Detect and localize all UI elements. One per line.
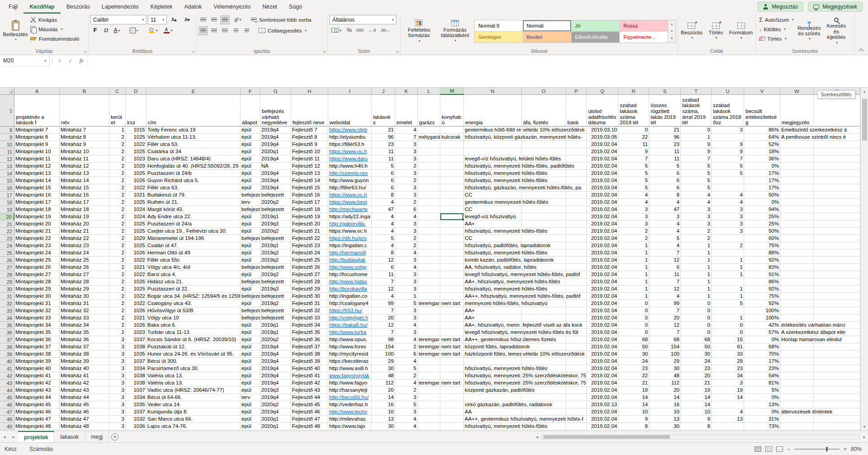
cell-T17[interactable]: 4 <box>681 192 712 199</box>
cell-style-chip[interactable]: Normál <box>523 20 571 31</box>
format-cells-button[interactable]: Formátum ▾ <box>728 15 754 47</box>
cell-R20[interactable]: 3 <box>618 213 649 220</box>
cell-K45[interactable]: 3 <box>395 394 418 401</box>
cell-B8[interactable]: Mintaház 7 <box>60 127 109 134</box>
cell-N30[interactable]: hőszivattyú, mennyezeti hűtés-fűtés <box>464 286 522 293</box>
cell-E10[interactable]: Fillér utca 53. <box>146 141 241 148</box>
cell-B9[interactable]: Mintaház 8 <box>60 134 109 141</box>
cell-N24[interactable]: hőszivattyú, padlófűtés, lapradiátorok <box>464 242 522 249</box>
cell-M14[interactable] <box>440 170 464 177</box>
cell-G44[interactable]: 2019q3 <box>260 387 291 394</box>
cell-N39[interactable]: házközponti fűtés, lemezra <box>464 351 522 358</box>
cell-H16[interactable]: Fejlesztő 15 <box>291 184 328 192</box>
cell-U32[interactable]: 5 <box>712 300 744 307</box>
cell-M38[interactable]: nem tart <box>440 343 464 351</box>
formula-bar-grip[interactable]: ⋮ <box>50 55 54 66</box>
cell-L18[interactable] <box>418 199 440 206</box>
sheet-nav-left-icon[interactable]: ◂ <box>0 431 9 442</box>
cell-U35[interactable]: 0 <box>712 322 744 329</box>
col-header-J[interactable]: J <box>372 88 395 95</box>
cell-W13[interactable] <box>780 163 814 170</box>
page-break-view-button[interactable] <box>776 446 783 452</box>
cell-Q12[interactable]: 2019.02.04 <box>587 155 618 163</box>
cell-style-chip[interactable]: Rossz <box>620 20 668 31</box>
cell-P49[interactable] <box>566 423 587 430</box>
cell-N26[interactable]: kombi kazán, padlófűtés, lapradiátorok <box>464 257 522 264</box>
increase-decimal-button[interactable]: ←.0 <box>366 26 378 35</box>
cell-X30[interactable] <box>814 286 860 293</box>
cell-G34[interactable]: befejezett <box>260 314 291 322</box>
row-header-46[interactable]: 46 <box>0 401 14 408</box>
cell-E48[interactable]: San Marco utca 66. <box>146 416 241 423</box>
cell-M41[interactable] <box>440 365 464 372</box>
cell-G17[interactable]: befejezett <box>260 192 291 199</box>
cell-D38[interactable]: 1038 <box>126 343 146 351</box>
cell-D11[interactable]: 1025 <box>126 148 146 155</box>
cell-H45[interactable]: Fejlesztő 44 <box>291 394 328 401</box>
cell-B14[interactable]: Mintaház 13 <box>60 170 109 177</box>
paste-dropdown-icon[interactable]: ▾ <box>15 38 17 42</box>
cell-I1[interactable]: weboldal <box>328 95 372 127</box>
cell-C10[interactable]: 2 <box>109 141 126 148</box>
cell-Q22[interactable]: 2019.02.04 <box>587 228 618 235</box>
cell-N20[interactable]: levegő-víz hőszivattyú <box>464 213 522 220</box>
cell-S43[interactable]: 112 <box>649 380 681 387</box>
cell-M47[interactable] <box>440 408 464 416</box>
cell-P26[interactable] <box>566 257 587 264</box>
cell-X12[interactable] <box>814 155 860 163</box>
cell-N40[interactable] <box>464 358 522 365</box>
cell-U24[interactable]: 2 <box>712 242 744 249</box>
scroll-right-icon[interactable]: ▸ <box>861 435 868 439</box>
cell-X33[interactable] <box>814 307 860 314</box>
cell-D13[interactable]: 1029 <box>126 163 146 170</box>
cell-M46[interactable] <box>440 401 464 408</box>
cell-U30[interactable]: 1 <box>712 286 744 293</box>
tab-home[interactable]: Kezdőlap <box>24 0 61 14</box>
row-header-1[interactable]: 1 <box>0 95 14 127</box>
cell-T38[interactable]: 50 <box>681 343 712 351</box>
cell-F25[interactable]: épül <box>241 249 260 257</box>
cell-J17[interactable]: 8 <box>372 192 395 199</box>
cell-S42[interactable]: 48 <box>649 372 681 380</box>
cell-Q8[interactable]: 2019.03.10 <box>587 127 618 134</box>
cell-W1[interactable]: megjegyzés <box>780 95 814 127</box>
cell-C27[interactable]: 2 <box>109 264 126 271</box>
cell-R13[interactable]: 5 <box>618 163 649 170</box>
cell-D21[interactable]: 1025 <box>126 220 146 228</box>
cell-D37[interactable]: 1037 <box>126 336 146 343</box>
cell-V34[interactable]: 100% <box>744 314 780 322</box>
cell-Q9[interactable]: 2019.03.05 <box>587 134 618 141</box>
cell-C44[interactable]: 3 <box>109 387 126 394</box>
cell-C36[interactable]: 2 <box>109 329 126 336</box>
cell-A13[interactable]: Mintaprojekt 12 <box>14 163 60 170</box>
tab-formulas[interactable]: Képletek <box>145 0 179 14</box>
cell-L21[interactable] <box>418 220 440 228</box>
cell-F27[interactable]: befejeze <box>241 264 260 271</box>
cell-D49[interactable]: 1036 <box>126 423 146 430</box>
cell-N29[interactable]: AA+, hőszivattyú, mennyezeti hűtés-fűtés <box>464 278 522 286</box>
zoom-out-button[interactable]: − <box>787 446 790 452</box>
row-header-30[interactable]: 30 <box>0 286 14 293</box>
row-header-26[interactable]: 26 <box>0 257 14 264</box>
cell-L28[interactable] <box>418 271 440 278</box>
cell-M22[interactable] <box>440 228 464 235</box>
cell-W19[interactable] <box>780 206 814 213</box>
cell-J9[interactable]: 96 <box>372 134 395 141</box>
cell-H35[interactable]: Fejlesztő 34 <box>291 322 328 329</box>
cell-U20[interactable]: 3 <box>712 213 744 220</box>
cell-H24[interactable]: Fejlesztő 23 <box>291 242 328 249</box>
tab-file[interactable]: Fájl <box>3 0 24 14</box>
cell-L38[interactable]: teremgar <box>418 343 440 351</box>
cell-W26[interactable] <box>780 257 814 264</box>
cell-U36[interactable]: 0 <box>712 329 744 336</box>
cell-V41[interactable]: 23% <box>744 365 780 372</box>
cell-E8[interactable]: Toldy Ferenc utca 19 <box>146 127 241 134</box>
font-size-dropdown-icon[interactable]: ▾ <box>162 18 164 22</box>
cell-L39[interactable]: teremgar <box>418 351 440 358</box>
cell-K38[interactable]: 2 <box>395 343 418 351</box>
cell-M12[interactable] <box>440 155 464 163</box>
cell-P45[interactable] <box>566 394 587 401</box>
cell-B17[interactable]: Mintaház 16 <box>60 192 109 199</box>
cell-A45[interactable]: Mintaprojekt 44 <box>14 394 60 401</box>
row-header-38[interactable]: 38 <box>0 343 14 351</box>
